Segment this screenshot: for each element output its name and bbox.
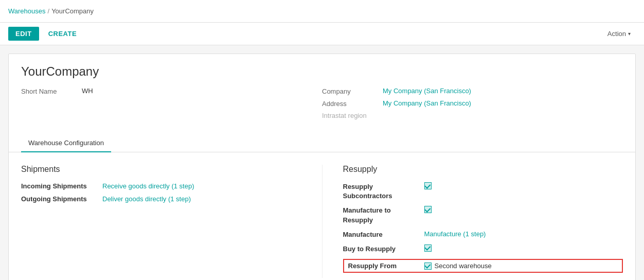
main-content: YourCompany Short Name WH Company My Com… [0, 45, 644, 280]
incoming-shipments-row: Incoming Shipments Receive goods directl… [21, 182, 301, 190]
breadcrumb-separator: / [48, 7, 50, 15]
breadcrumb-current: YourCompany [51, 7, 94, 15]
resupply-subcontractors-value [424, 182, 432, 189]
tabs-bar: Warehouse Configuration [9, 134, 635, 152]
company-value[interactable]: My Company (San Francisco) [383, 87, 471, 95]
buy-resupply-row: Buy to Resupply [343, 244, 623, 254]
action-button[interactable]: Action ▾ [602, 27, 636, 41]
short-name-row: Short Name WH [21, 87, 322, 95]
resupply-from-checkbox[interactable] [424, 262, 432, 270]
resupply-from-warehouse: Second warehouse [435, 262, 492, 270]
tab-warehouse-configuration[interactable]: Warehouse Configuration [21, 134, 111, 152]
record-header: YourCompany Short Name WH Company My Com… [9, 54, 635, 130]
manufacture-value: Manufacture (1 step) [424, 230, 486, 238]
record-title: YourCompany [21, 64, 623, 79]
resupply-from-label: Resupply From [348, 262, 420, 270]
buy-resupply-checkbox[interactable] [424, 244, 432, 252]
resupply-section: Resupply Resupply Subcontractors Manufac… [322, 165, 623, 278]
breadcrumb-toolbar: Warehouses / YourCompany [0, 0, 644, 23]
buy-resupply-label: Buy to Resupply [343, 244, 420, 254]
address-row: Address My Company (San Francisco) [322, 99, 623, 108]
resupply-from-value: Second warehouse [424, 262, 492, 270]
action-label: Action [607, 30, 626, 38]
breadcrumb-warehouses-link[interactable]: Warehouses [8, 7, 46, 15]
action-bar: EDIT CREATE Action ▾ [0, 23, 644, 45]
create-button[interactable]: CREATE [43, 27, 82, 41]
outgoing-shipments-row: Outgoing Shipments Deliver goods directl… [21, 195, 301, 203]
resupply-subcontractors-checkbox[interactable] [424, 182, 432, 189]
breadcrumb: Warehouses / YourCompany [8, 7, 94, 15]
resupply-subcontractors-row: Resupply Subcontractors [343, 182, 623, 201]
record-card: YourCompany Short Name WH Company My Com… [8, 54, 636, 280]
tab-content: Shipments Incoming Shipments Receive goo… [9, 152, 635, 280]
fields-right: Company My Company (San Francisco) Addre… [322, 87, 623, 124]
company-label: Company [322, 87, 379, 95]
company-row: Company My Company (San Francisco) [322, 87, 623, 95]
address-label: Address [322, 99, 379, 108]
short-name-value: WH [82, 87, 93, 95]
resupply-from-row: Resupply From Second warehouse [343, 259, 623, 273]
manufacture-label: Manufacture [343, 230, 420, 239]
shipments-title: Shipments [21, 165, 301, 174]
manufacture-resupply-value [424, 206, 432, 213]
manufacture-resupply-checkbox[interactable] [424, 206, 432, 213]
manufacture-step-value[interactable]: Manufacture (1 step) [424, 230, 486, 238]
intrastat-label: Intrastat region [322, 112, 367, 119]
incoming-shipments-value[interactable]: Receive goods directly (1 step) [102, 182, 194, 190]
buy-resupply-value [424, 244, 432, 252]
manufacture-row: Manufacture Manufacture (1 step) [343, 230, 623, 239]
short-name-label: Short Name [21, 87, 78, 95]
fields-row: Short Name WH Company My Company (San Fr… [21, 87, 623, 124]
resupply-title: Resupply [343, 165, 623, 174]
fields-left: Short Name WH [21, 87, 322, 124]
manufacture-resupply-row: Manufacture to Resupply [343, 206, 623, 224]
intrastat-row: Intrastat region [322, 112, 623, 119]
manufacture-resupply-label: Manufacture to Resupply [343, 206, 420, 224]
chevron-down-icon: ▾ [628, 31, 631, 37]
resupply-subcontractors-label: Resupply Subcontractors [343, 182, 420, 201]
outgoing-shipments-value[interactable]: Deliver goods directly (1 step) [102, 195, 191, 203]
incoming-shipments-label: Incoming Shipments [21, 182, 98, 190]
edit-button[interactable]: EDIT [8, 27, 39, 41]
address-value[interactable]: My Company (San Francisco) [383, 99, 471, 107]
outgoing-shipments-label: Outgoing Shipments [21, 195, 98, 203]
shipments-section: Shipments Incoming Shipments Receive goo… [21, 165, 322, 278]
